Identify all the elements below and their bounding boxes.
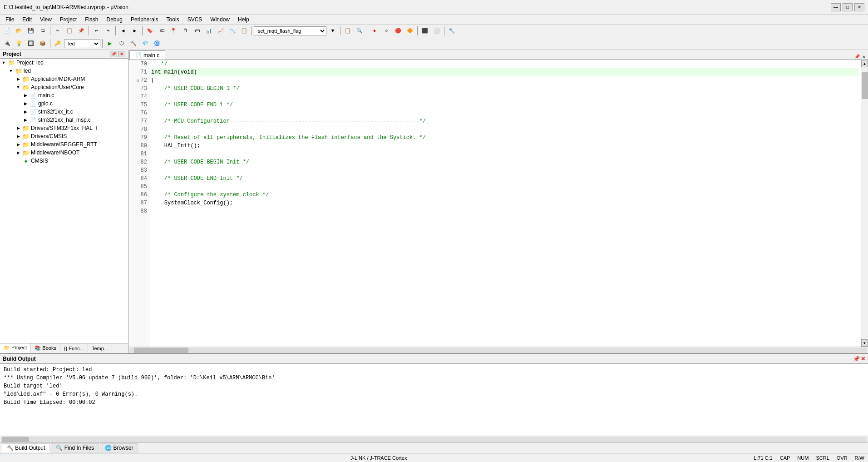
project-close-btn[interactable]: ✕ — [118, 51, 125, 57]
tb-paste-btn[interactable]: 📌 — [76, 26, 87, 36]
build-hscroll[interactable] — [0, 436, 868, 442]
tree-node-6[interactable]: ▶📄gpio.c — [0, 99, 128, 108]
tree-node-3[interactable]: ▶📁Application/MDK-ARM — [0, 75, 128, 83]
close-button[interactable]: ✕ — [854, 3, 864, 11]
tree-node-9[interactable]: ▶📁Drivers/STM32F1xx_HAL_l — [0, 124, 128, 132]
tree-node-8[interactable]: ▶📄stm32f1xx_hal_msp.c — [0, 116, 128, 124]
project-pin-btn[interactable]: 📌 — [110, 51, 117, 57]
minimize-button[interactable]: — — [831, 3, 841, 11]
tree-expander[interactable]: ▶ — [15, 133, 22, 140]
tb-grp-btn[interactable]: 🔶 — [404, 26, 415, 36]
bottom-tab-browser[interactable]: 🌐 Browser — [100, 443, 138, 452]
tb-bk9[interactable]: 📋 — [239, 26, 250, 36]
tb-bk2[interactable]: 🏷 — [156, 26, 167, 36]
target-dropdown[interactable]: set_mqtt_flash_flag — [254, 26, 326, 35]
menu-svcs[interactable]: SVCS — [184, 15, 206, 24]
tree-node-1[interactable]: ▼📁Project: led — [0, 59, 128, 67]
menu-help[interactable]: Help — [234, 15, 253, 24]
tb2-load[interactable]: 🌀 — [152, 39, 163, 49]
code-tab-pin[interactable]: 📌 — [853, 54, 861, 60]
bottom-tab-build[interactable]: 🔨 Build Output — [2, 443, 50, 452]
left-tab-books[interactable]: 📚 Books — [31, 343, 60, 353]
vscroll-track[interactable] — [861, 67, 868, 339]
tb-fwd-btn[interactable]: ▶ — [129, 26, 140, 36]
tb2-build[interactable]: ▶ — [104, 39, 115, 49]
tb-save-all-btn[interactable]: 🗂 — [37, 26, 48, 36]
code-hscroll[interactable] — [128, 347, 868, 353]
vscroll-down[interactable]: ▼ — [861, 339, 868, 347]
tree-expander[interactable]: ▶ — [22, 108, 29, 115]
tb-stop-btn[interactable]: ○ — [381, 26, 392, 36]
tb2-5[interactable]: 🔑 — [52, 39, 63, 49]
left-tab-temps[interactable]: Temp... — [88, 343, 112, 353]
tb2-3[interactable]: 🔲 — [25, 39, 36, 49]
tb-bk1[interactable]: 🔖 — [144, 26, 155, 36]
build-pin-btn[interactable]: 📌 — [853, 356, 860, 362]
tb2-1[interactable]: 🔌 — [2, 39, 13, 49]
tb-drop-btn[interactable]: ▼ — [327, 26, 338, 36]
right-vscroll[interactable]: ▲ ▼ — [861, 60, 868, 347]
tree-node-4[interactable]: ▼📁Application/User/Core — [0, 83, 128, 91]
tb-clr-btn[interactable]: 🔴 — [393, 26, 404, 36]
tb-back-btn[interactable]: ◀ — [118, 26, 128, 36]
tree-node-11[interactable]: ▶📁Middleware/SEGGER_RTT — [0, 140, 128, 149]
tb-m2[interactable]: 🔍 — [354, 26, 365, 36]
tree-expander[interactable]: ▶ — [15, 149, 22, 156]
menu-tools[interactable]: Tools — [163, 15, 183, 24]
tree-expander[interactable]: ▶ — [22, 100, 29, 107]
tb-m1[interactable]: 📋 — [342, 26, 353, 36]
tb-win-btn[interactable]: ⬛ — [419, 26, 430, 36]
tb2-compile[interactable]: ⬡ — [116, 39, 127, 49]
tb-new-btn[interactable]: 📄 — [2, 26, 13, 36]
menu-flash[interactable]: Flash — [81, 15, 102, 24]
code-editor[interactable]: 7071⊟7273747576777879808182838485868788 … — [128, 60, 861, 347]
tb-undo-btn[interactable]: ↩ — [91, 26, 102, 36]
hscroll-track[interactable] — [129, 348, 867, 353]
tb-copy-btn[interactable]: 📋 — [64, 26, 75, 36]
tb-tool-btn[interactable]: 🔧 — [446, 26, 457, 36]
bottom-tab-find[interactable]: 🔍 Find In Files — [51, 443, 99, 452]
tb-bk7[interactable]: 📈 — [215, 26, 226, 36]
tb-bk3[interactable]: 📍 — [168, 26, 179, 36]
build-hscroll-track[interactable] — [1, 437, 867, 442]
vscroll-up[interactable]: ▲ — [861, 60, 868, 67]
menu-edit[interactable]: Edit — [19, 15, 35, 24]
tb-bk8[interactable]: 📉 — [227, 26, 238, 36]
tb-rec-btn[interactable]: ● — [369, 26, 380, 36]
menu-window[interactable]: Window — [207, 15, 233, 24]
tb-cut-btn[interactable]: ✂ — [52, 26, 63, 36]
menu-view[interactable]: View — [36, 15, 55, 24]
tree-expander[interactable]: ▶ — [15, 75, 22, 83]
menu-peripherals[interactable]: Peripherals — [127, 15, 162, 24]
tree-expander[interactable]: ▶ — [15, 141, 22, 148]
tb-save-btn[interactable]: 💾 — [25, 26, 36, 36]
tree-node-13[interactable]: ♦CMSIS — [0, 157, 128, 165]
tb-bk6[interactable]: 📊 — [203, 26, 214, 36]
tree-node-2[interactable]: ▼📁led — [0, 67, 128, 75]
left-tab-funcs[interactable]: {} Func... — [60, 343, 88, 353]
tree-node-7[interactable]: ▶📄stm32f1xx_it.c — [0, 108, 128, 116]
tree-expander[interactable]: ▶ — [22, 116, 29, 124]
tb-win2-btn[interactable]: ⬜ — [431, 26, 442, 36]
target-dropdown2[interactable]: led — [64, 39, 100, 48]
tree-expander[interactable]: ▼ — [7, 67, 15, 75]
tb2-4[interactable]: 📦 — [37, 39, 48, 49]
tree-expander[interactable]: ▼ — [0, 59, 7, 66]
fold-marker[interactable]: ⊟ — [135, 78, 141, 83]
tree-expander[interactable]: ▶ — [22, 92, 29, 99]
tb2-build2[interactable]: 🔨 — [128, 39, 139, 49]
tb2-2[interactable]: 💡 — [14, 39, 25, 49]
tree-node-5[interactable]: ▶📄main.c — [0, 91, 128, 99]
tree-expander[interactable] — [15, 157, 22, 164]
build-close-btn[interactable]: ✕ — [861, 356, 865, 362]
tb-bk5[interactable]: 🗃 — [192, 26, 202, 36]
tree-node-12[interactable]: ▶📁Middleware/NBOOT — [0, 149, 128, 157]
menu-file[interactable]: File — [2, 15, 18, 24]
tb2-clean[interactable]: 💎 — [140, 39, 151, 49]
left-tab-project[interactable]: 📁 Project — [0, 343, 31, 353]
tb-bk4[interactable]: 🗒 — [180, 26, 191, 36]
code-lines[interactable]: */int main(void){ /* USER CODE BEGIN 1 *… — [149, 60, 861, 347]
tb-redo-btn[interactable]: ↪ — [103, 26, 113, 36]
menu-debug[interactable]: Debug — [103, 15, 126, 24]
tree-node-10[interactable]: ▶📁Drivers/CMSIS — [0, 132, 128, 140]
